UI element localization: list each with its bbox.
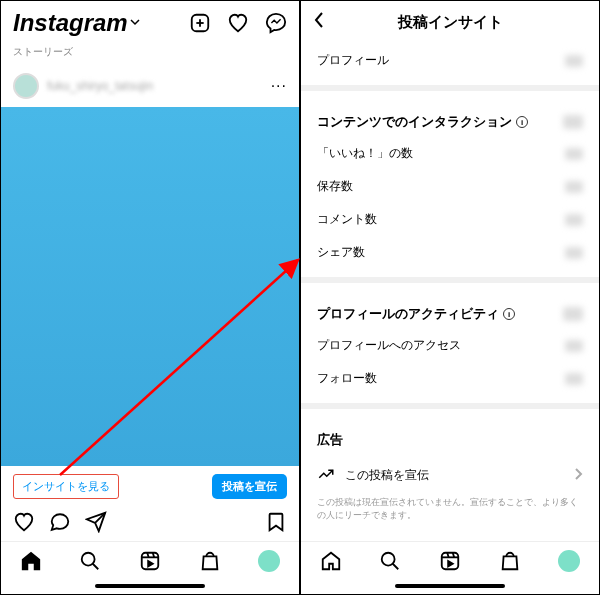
ig-header: Instagram (1, 1, 299, 45)
more-options-icon[interactable]: ··· (271, 77, 287, 95)
row-value (565, 181, 583, 193)
svg-rect-5 (142, 553, 159, 570)
row-likes: 「いいね！」の数 (317, 137, 583, 170)
bottom-nav (1, 541, 299, 580)
svg-rect-11 (442, 553, 459, 570)
home-icon[interactable] (320, 550, 342, 572)
promote-this-row[interactable]: この投稿を宣伝 (301, 455, 599, 496)
divider (301, 403, 599, 409)
row-label: プロフィール (317, 52, 389, 69)
share-icon[interactable] (85, 511, 107, 533)
home-indicator (95, 584, 205, 588)
right-phone: 投稿インサイト プロフィール コンテンツでのインタラクション i 「いいね！」の… (300, 0, 600, 595)
username: fuku_shiryo_tatsujin (47, 79, 153, 93)
shop-icon[interactable] (199, 550, 221, 572)
row-comments: コメント数 (317, 203, 583, 236)
svg-line-10 (393, 564, 399, 570)
back-chevron-icon[interactable] (313, 11, 325, 34)
avatar (13, 73, 39, 99)
heading-value (563, 115, 583, 129)
row-follows: フォロー数 (317, 362, 583, 395)
search-icon[interactable] (379, 550, 401, 572)
row-profile-visits: プロフィールへのアクセス (317, 329, 583, 362)
like-heart-icon[interactable] (13, 511, 35, 533)
row-value (565, 214, 583, 226)
interactions-section: コンテンツでのインタラクション i 「いいね！」の数 保存数 コメント数 シェア… (301, 99, 599, 269)
row-label: シェア数 (317, 244, 365, 261)
trend-icon (317, 465, 335, 486)
profile-avatar-icon[interactable] (258, 550, 280, 572)
header-actions (189, 12, 287, 34)
activity-section: プロフィールのアクティビティ i プロフィールへのアクセス フォロー数 (301, 291, 599, 395)
view-insights-link[interactable]: インサイトを見る (13, 474, 119, 499)
chevron-right-icon (573, 467, 583, 484)
row-value (565, 148, 583, 160)
logo-text: Instagram (13, 9, 128, 37)
ad-description: この投稿は現在宣伝されていません。宣伝することで、より多くの人にリーチできます。 (301, 496, 599, 531)
heading-value (563, 307, 583, 321)
home-indicator (395, 584, 505, 588)
ads-heading: 広告 (317, 417, 583, 455)
svg-point-3 (82, 553, 95, 566)
activity-heading: プロフィールのアクティビティ i (317, 291, 583, 329)
shop-icon[interactable] (499, 550, 521, 572)
row-label: フォロー数 (317, 370, 377, 387)
heading-text: 広告 (317, 431, 343, 449)
row-label: プロフィールへのアクセス (317, 337, 461, 354)
post-footer-bar: インサイトを見る 投稿を宣伝 (1, 466, 299, 507)
heading-text: コンテンツでのインタラクション (317, 113, 512, 131)
ads-section: 広告 (301, 417, 599, 455)
search-icon[interactable] (79, 550, 101, 572)
promote-button[interactable]: 投稿を宣伝 (212, 474, 287, 499)
divider (301, 85, 599, 91)
svg-point-9 (382, 553, 395, 566)
post-user[interactable]: fuku_shiryo_tatsujin (13, 73, 153, 99)
row-value (565, 55, 583, 67)
row-value (565, 247, 583, 259)
activity-heart-icon[interactable] (227, 12, 249, 34)
messenger-icon[interactable] (265, 12, 287, 34)
interactions-heading: コンテンツでのインタラクション i (317, 99, 583, 137)
chevron-down-icon (130, 17, 140, 29)
instagram-logo[interactable]: Instagram (13, 9, 140, 37)
info-icon[interactable]: i (503, 308, 515, 320)
row-value (565, 340, 583, 352)
row-label: 保存数 (317, 178, 353, 195)
row-shares: シェア数 (317, 236, 583, 269)
row-profile: プロフィール (317, 44, 583, 77)
stories-label: ストーリーズ (1, 45, 299, 65)
bottom-nav-right (301, 541, 599, 580)
profile-section: プロフィール (301, 44, 599, 77)
divider (301, 277, 599, 283)
reels-icon[interactable] (439, 550, 461, 572)
new-post-icon[interactable] (189, 12, 211, 34)
svg-line-4 (93, 564, 99, 570)
heading-text: プロフィールのアクティビティ (317, 305, 499, 323)
row-label: コメント数 (317, 211, 377, 228)
left-phone: Instagram ストーリーズ fuku_shiryo_tatsujin ··… (0, 0, 300, 595)
info-icon[interactable]: i (516, 116, 528, 128)
page-title: 投稿インサイト (398, 13, 503, 32)
home-icon[interactable] (20, 550, 42, 572)
profile-avatar-icon[interactable] (558, 550, 580, 572)
row-saves: 保存数 (317, 170, 583, 203)
comment-icon[interactable] (49, 511, 71, 533)
insights-header: 投稿インサイト (301, 1, 599, 44)
row-label: 「いいね！」の数 (317, 145, 413, 162)
post-actions (1, 507, 299, 541)
reels-icon[interactable] (139, 550, 161, 572)
bookmark-icon[interactable] (265, 511, 287, 533)
row-value (565, 373, 583, 385)
post-header: fuku_shiryo_tatsujin ··· (1, 65, 299, 107)
post-image[interactable] (1, 107, 299, 466)
promote-label: この投稿を宣伝 (345, 467, 429, 484)
